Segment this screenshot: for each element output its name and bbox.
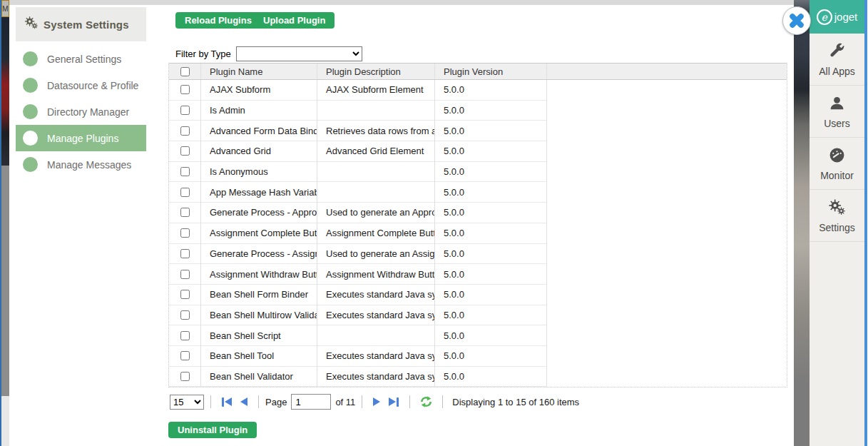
filter-type-select[interactable] <box>236 46 362 61</box>
table-row[interactable]: Advanced Form Data Binde Retrieves data … <box>169 121 787 141</box>
first-page-button[interactable] <box>218 397 236 407</box>
table-row[interactable]: Bean Shell Validator Executes standard J… <box>169 367 787 387</box>
plugin-description-cell: AJAX Subform Element <box>317 80 434 101</box>
close-button[interactable] <box>782 6 811 35</box>
plugin-name-cell: Bean Shell Validator <box>200 367 317 387</box>
bullet-icon <box>23 157 38 172</box>
row-checkbox-cell <box>169 367 200 387</box>
plugin-name-cell: Generate Process - Approv <box>200 203 317 223</box>
plugin-name-cell: Bean Shell Script <box>200 325 317 346</box>
sidebar-item-users[interactable]: Users <box>810 86 864 138</box>
column-header-name[interactable]: Plugin Name <box>200 64 317 79</box>
row-checkbox[interactable] <box>180 331 190 340</box>
sidebar-item-label: All Apps <box>819 66 855 77</box>
last-page-button[interactable] <box>384 397 403 407</box>
row-checkbox[interactable] <box>180 208 190 217</box>
nav-item[interactable]: Manage Messages <box>16 151 146 178</box>
row-checkbox[interactable] <box>180 126 190 136</box>
nav-item[interactable]: Manage Plugins <box>16 125 146 151</box>
empty-cell <box>546 121 787 141</box>
plugin-name-cell: Bean Shell Tool <box>200 346 317 367</box>
row-checkbox-cell <box>169 305 200 326</box>
row-checkbox[interactable] <box>180 228 190 238</box>
table-row[interactable]: Is Admin 5.0.0 <box>169 101 787 121</box>
select-all-cell <box>169 64 200 79</box>
nav-item[interactable]: Datasource & Profile <box>16 72 146 98</box>
row-checkbox[interactable] <box>180 351 190 360</box>
nav-item-label: Manage Plugins <box>47 133 118 144</box>
row-checkbox[interactable] <box>180 249 190 258</box>
row-checkbox[interactable] <box>180 188 190 197</box>
plugin-name-cell: AJAX Subform <box>200 80 317 101</box>
row-checkbox[interactable] <box>180 270 190 279</box>
table-row[interactable]: Assignment Withdraw Butt Assignment With… <box>169 264 787 285</box>
table-row[interactable]: Assignment Complete Butt Assignment Comp… <box>169 223 787 244</box>
table-header-row: Plugin Name Plugin Description Plugin Ve… <box>169 63 787 80</box>
plugin-name-cell: Advanced Form Data Binde <box>200 121 317 141</box>
prev-page-button[interactable] <box>236 397 252 406</box>
row-checkbox[interactable] <box>180 146 190 156</box>
column-header-desc[interactable]: Plugin Description <box>317 64 434 79</box>
nav-item[interactable]: Directory Manager <box>16 98 146 125</box>
plugin-description-cell: Retrieves data rows from a <box>317 121 434 141</box>
empty-cell <box>546 367 787 387</box>
joget-logo-icon: e <box>817 9 832 25</box>
row-checkbox-cell <box>169 203 200 223</box>
sidebar-item-settings[interactable]: Settings <box>810 190 864 242</box>
table-row[interactable]: App Message Hash Variab 5.0.0 <box>169 182 787 203</box>
sidebar-item-all-apps[interactable]: All Apps <box>810 34 864 86</box>
page-size-select[interactable]: 15 <box>170 395 204 410</box>
plugin-version-cell: 5.0.0 <box>434 101 546 121</box>
nav-item-label: Manage Messages <box>47 159 131 171</box>
table-row[interactable]: Generate Process - Approv Used to genera… <box>169 203 787 223</box>
nav-item-label: Datasource & Profile <box>47 80 138 91</box>
row-checkbox[interactable] <box>180 106 190 115</box>
sidebar-item-monitor[interactable]: Monitor <box>810 138 864 190</box>
table-row[interactable]: Advanced Grid Advanced Grid Element 5.0.… <box>169 141 787 162</box>
plugin-name-cell: Generate Process - Assign <box>200 244 317 265</box>
divider <box>409 395 410 408</box>
row-checkbox-cell <box>169 141 200 162</box>
next-page-button[interactable] <box>369 397 384 406</box>
table-row[interactable]: Generate Process - Assign Used to genera… <box>169 244 787 265</box>
row-checkbox[interactable] <box>180 290 190 299</box>
refresh-icon[interactable] <box>417 395 436 408</box>
reload-plugins-button[interactable]: Reload Plugins <box>175 12 261 29</box>
column-header-version[interactable]: Plugin Version <box>434 64 546 79</box>
plugin-description-cell: Used to generate an Appro <box>317 203 434 223</box>
table-row[interactable]: Bean Shell Script 5.0.0 <box>169 325 787 346</box>
upload-plugin-button[interactable]: Upload Plugin <box>254 12 335 29</box>
select-all-checkbox[interactable] <box>180 67 190 76</box>
row-checkbox-cell <box>169 101 200 121</box>
uninstall-plugin-button[interactable]: Uninstall Plugin <box>168 422 257 438</box>
table-row[interactable]: Bean Shell Tool Executes standard Java s… <box>169 346 787 367</box>
table-row[interactable]: Bean Shell Form Binder Executes standard… <box>169 285 787 305</box>
plugin-name-cell: Is Admin <box>200 101 317 121</box>
plugin-version-cell: 5.0.0 <box>434 325 546 346</box>
table-row[interactable]: Is Anonymous 5.0.0 <box>169 162 787 183</box>
pagination-status: Displaying 1 to 15 of 160 items <box>452 397 579 407</box>
table-row[interactable]: AJAX Subform AJAX Subform Element 5.0.0 <box>169 80 787 101</box>
empty-cell <box>546 285 787 305</box>
row-checkbox[interactable] <box>180 310 190 320</box>
nav-item-label: Directory Manager <box>47 106 129 118</box>
plugin-name-cell: Is Anonymous <box>200 162 317 183</box>
table-row[interactable]: Bean Shell Multirow Valida Executes stan… <box>169 305 787 326</box>
page-number-input[interactable] <box>291 394 331 410</box>
plugin-version-cell: 5.0.0 <box>434 223 546 244</box>
gears-icon <box>24 16 39 33</box>
user-icon <box>828 94 846 115</box>
nav-item[interactable]: General Settings <box>16 46 146 72</box>
plugin-description-cell <box>317 182 434 203</box>
row-checkbox-cell <box>169 223 200 244</box>
plugin-name-cell: Bean Shell Multirow Valida <box>200 305 317 326</box>
row-checkbox-cell <box>169 264 200 285</box>
row-checkbox[interactable] <box>180 85 190 94</box>
empty-cell <box>546 305 787 326</box>
plugin-version-cell: 5.0.0 <box>434 285 546 305</box>
row-checkbox[interactable] <box>180 167 190 176</box>
plugin-version-cell: 5.0.0 <box>434 121 546 141</box>
plugin-name-cell: Assignment Complete Butt <box>200 223 317 244</box>
row-checkbox[interactable] <box>180 372 190 381</box>
brand-header[interactable]: e joget <box>810 0 864 34</box>
